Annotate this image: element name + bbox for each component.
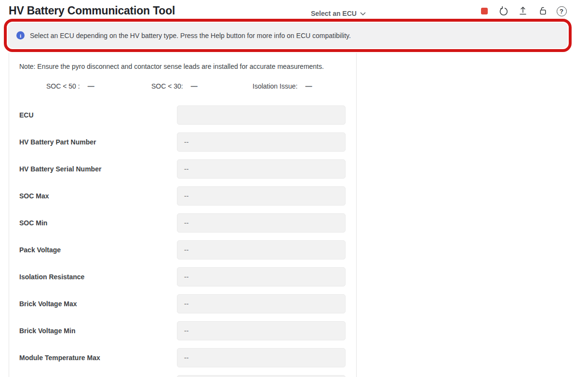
refresh-icon[interactable] <box>498 6 509 16</box>
form-row-serial-number: HV Battery Serial Number -- <box>9 159 356 179</box>
field-label: Brick Voltage Min <box>19 321 75 340</box>
part-number-field[interactable]: -- <box>177 132 346 152</box>
status-isolation-issue: Isolation Issue: — <box>253 82 312 90</box>
field-label: SOC Max <box>19 186 49 206</box>
page-title: HV Battery Communication Tool <box>9 4 175 17</box>
form-row-soc-max: SOC Max -- <box>9 186 356 206</box>
ecu-select-dropdown[interactable]: Select an ECU <box>311 10 366 17</box>
main-panel: Note: Ensure the pyro disconnect and con… <box>9 53 357 377</box>
info-icon: i <box>16 31 25 39</box>
form-row-ecu: ECU <box>9 105 356 125</box>
record-square-icon[interactable] <box>479 6 490 16</box>
isolation-resistance-field[interactable]: -- <box>177 267 346 286</box>
status-label: SOC < 50 : <box>46 82 80 90</box>
soc-min-field[interactable]: -- <box>177 213 346 233</box>
status-row: SOC < 50 : — SOC < 30: — Isolation Issue… <box>9 82 356 92</box>
unlock-icon[interactable] <box>537 6 548 16</box>
soc-max-field[interactable]: -- <box>177 186 346 206</box>
status-value: — <box>191 82 198 90</box>
pack-voltage-field[interactable]: -- <box>177 240 346 260</box>
upload-icon[interactable] <box>518 6 528 16</box>
help-icon[interactable]: ? <box>556 6 567 16</box>
form-row-pack-voltage: Pack Voltage -- <box>9 240 356 260</box>
toolbar: ? <box>479 5 567 17</box>
serial-number-field[interactable]: -- <box>177 159 346 179</box>
field-label: Brick Voltage Max <box>19 294 77 313</box>
chevron-down-icon <box>360 10 366 17</box>
info-banner-text: Select an ECU depending on the HV batter… <box>30 32 351 39</box>
field-label: Isolation Resistance <box>19 267 84 286</box>
status-soc-30: SOC < 30: — <box>151 82 198 90</box>
form-row-part-number: HV Battery Part Number -- <box>9 132 356 152</box>
status-label: Isolation Issue: <box>253 82 297 90</box>
note-text: Note: Ensure the pyro disconnect and con… <box>19 63 324 70</box>
form-row-brick-voltage-min: Brick Voltage Min -- <box>9 321 356 340</box>
form-row-module-temperature-max: Module Temperature Max -- <box>9 348 356 367</box>
field-label: ECU <box>19 105 34 125</box>
form-rows: ECU HV Battery Part Number -- HV Battery… <box>9 105 356 377</box>
status-value: — <box>88 82 94 90</box>
field-label: HV Battery Part Number <box>19 132 96 152</box>
status-value: — <box>305 82 312 90</box>
info-banner: i Select an ECU depending on the HV batt… <box>8 23 568 48</box>
partial-field[interactable] <box>177 375 346 377</box>
field-label: Pack Voltage <box>19 240 61 260</box>
ecu-field[interactable] <box>177 105 346 125</box>
ecu-select-label: Select an ECU <box>311 10 357 17</box>
module-temperature-max-field[interactable]: -- <box>177 348 346 367</box>
status-soc-50: SOC < 50 : — <box>46 82 94 90</box>
form-row-soc-min: SOC Min -- <box>9 213 356 233</box>
field-label: HV Battery Serial Number <box>19 159 101 179</box>
form-row-brick-voltage-max: Brick Voltage Max -- <box>9 294 356 313</box>
field-label: Module Temperature Max <box>19 348 100 367</box>
annotation-highlight: i Select an ECU depending on the HV batt… <box>4 19 572 52</box>
brick-voltage-max-field[interactable]: -- <box>177 294 346 313</box>
status-label: SOC < 30: <box>151 82 183 90</box>
form-row-partial <box>9 375 356 377</box>
field-label: SOC Min <box>19 213 47 233</box>
form-row-isolation-resistance: Isolation Resistance -- <box>9 267 356 286</box>
brick-voltage-min-field[interactable]: -- <box>177 321 346 340</box>
